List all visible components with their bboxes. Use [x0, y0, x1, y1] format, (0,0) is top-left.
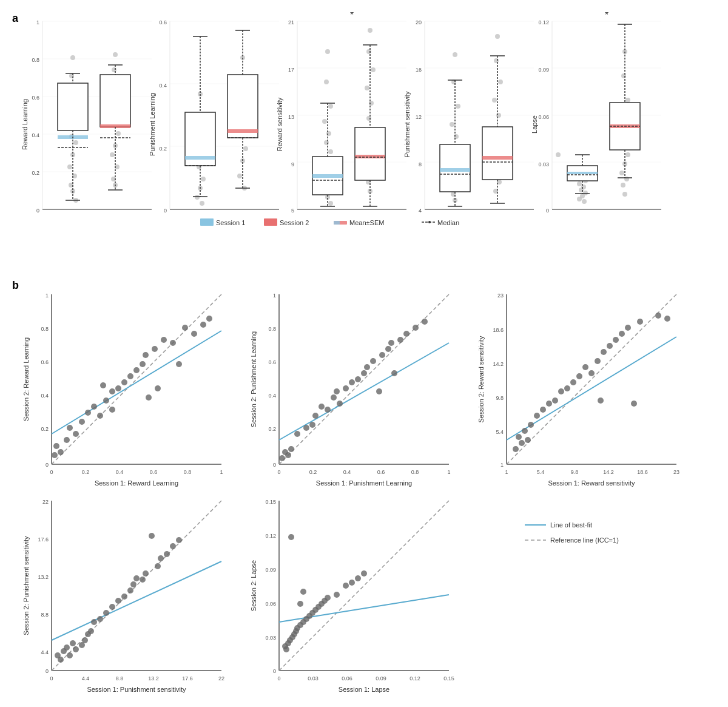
svg-point-223	[582, 199, 587, 204]
svg-point-490	[361, 570, 367, 577]
svg-point-285	[73, 431, 79, 437]
reward-sensitivity-boxplot: Reward sensitivity * 21 17 13 9 5	[276, 12, 406, 214]
svg-text:0: 0	[46, 668, 49, 674]
svg-text:0.6: 0.6	[150, 469, 158, 475]
svg-text:4.4: 4.4	[82, 675, 90, 682]
svg-text:8.8: 8.8	[41, 612, 49, 618]
svg-point-111	[325, 49, 330, 54]
svg-point-112	[324, 79, 329, 84]
svg-point-393	[607, 343, 613, 349]
svg-point-381	[540, 407, 546, 413]
svg-point-346	[370, 358, 376, 364]
svg-point-390	[595, 358, 601, 364]
svg-point-338	[331, 394, 337, 401]
svg-point-117	[328, 149, 333, 154]
svg-point-489	[355, 575, 361, 581]
svg-text:0.8: 0.8	[32, 57, 39, 63]
svg-line-278	[52, 294, 221, 464]
svg-text:0.4: 0.4	[32, 132, 39, 138]
svg-line-279	[52, 331, 221, 434]
svg-point-443	[158, 555, 164, 561]
svg-point-438	[133, 575, 140, 581]
punishment-learning-boxplot: Punishment Learning 0.6 0.4 0.2 0	[149, 19, 279, 214]
svg-text:0: 0	[50, 469, 53, 475]
svg-point-341	[343, 385, 349, 391]
svg-point-240	[619, 171, 624, 175]
svg-point-467	[283, 646, 289, 652]
svg-point-166	[450, 122, 454, 127]
svg-point-185	[492, 98, 497, 103]
svg-point-307	[191, 331, 197, 337]
svg-text:18.6: 18.6	[493, 327, 504, 333]
svg-text:1: 1	[500, 462, 504, 468]
svg-point-398	[637, 319, 643, 325]
svg-text:0.06: 0.06	[265, 601, 276, 607]
svg-text:Reference line (ICC=1): Reference line (ICC=1)	[550, 536, 619, 544]
svg-text:*: *	[605, 12, 608, 20]
svg-point-430	[91, 619, 97, 625]
svg-text:9.8: 9.8	[496, 395, 504, 401]
svg-text:0.06: 0.06	[342, 675, 352, 682]
panel-a-label: a	[12, 12, 18, 25]
svg-text:0: 0	[164, 208, 167, 214]
svg-point-351	[391, 370, 397, 376]
svg-text:0.12: 0.12	[265, 533, 276, 539]
svg-point-41	[110, 152, 115, 157]
svg-text:21: 21	[288, 19, 294, 25]
svg-point-282	[53, 443, 59, 449]
svg-text:0.15: 0.15	[443, 675, 454, 682]
svg-point-441	[149, 533, 155, 539]
svg-point-350	[388, 340, 394, 346]
svg-point-88	[237, 174, 242, 178]
svg-rect-93	[228, 129, 258, 133]
svg-point-421	[58, 657, 64, 663]
svg-text:Line of best-fit: Line of best-fit	[550, 521, 592, 529]
svg-point-114	[322, 119, 327, 124]
svg-point-437	[130, 581, 136, 587]
svg-point-19	[73, 140, 78, 145]
svg-point-69	[201, 177, 206, 181]
svg-point-222	[577, 197, 582, 201]
svg-point-394	[613, 337, 619, 343]
svg-text:22: 22	[42, 499, 49, 505]
svg-point-136	[366, 116, 371, 121]
svg-point-14	[69, 73, 74, 78]
svg-point-442	[155, 563, 161, 569]
svg-text:0.4: 0.4	[343, 469, 351, 475]
svg-text:14.2: 14.2	[603, 469, 614, 475]
svg-text:17.6: 17.6	[38, 536, 49, 543]
svg-point-433	[109, 604, 115, 610]
svg-text:0.12: 0.12	[538, 19, 549, 25]
svg-text:1: 1	[36, 19, 39, 25]
svg-point-291	[109, 388, 115, 394]
svg-text:0: 0	[273, 668, 276, 674]
svg-text:*: *	[350, 12, 354, 20]
svg-line-463	[279, 501, 449, 671]
svg-text:23: 23	[673, 469, 679, 475]
svg-point-281	[58, 449, 64, 455]
svg-point-331	[285, 452, 291, 458]
svg-point-332	[294, 431, 300, 437]
svg-point-387	[576, 373, 582, 379]
svg-point-297	[133, 367, 140, 373]
svg-point-289	[97, 413, 103, 419]
svg-point-86	[243, 146, 248, 151]
svg-point-345	[364, 364, 370, 370]
svg-point-287	[85, 410, 91, 416]
svg-text:Reward sensitivity: Reward sensitivity	[276, 97, 283, 151]
svg-point-302	[155, 385, 161, 391]
svg-point-434	[115, 598, 121, 604]
svg-rect-47	[100, 75, 130, 127]
svg-point-260	[428, 221, 431, 223]
svg-point-234	[625, 98, 630, 103]
svg-point-294	[109, 407, 115, 413]
svg-point-333	[303, 425, 309, 431]
svg-text:0.03: 0.03	[308, 675, 318, 682]
svg-text:0.6: 0.6	[377, 469, 385, 475]
svg-point-224	[556, 152, 561, 157]
svg-point-355	[422, 319, 428, 325]
svg-point-299	[146, 394, 152, 401]
svg-rect-195	[482, 127, 513, 180]
svg-text:0.4: 0.4	[159, 83, 167, 89]
svg-rect-146	[355, 155, 385, 158]
